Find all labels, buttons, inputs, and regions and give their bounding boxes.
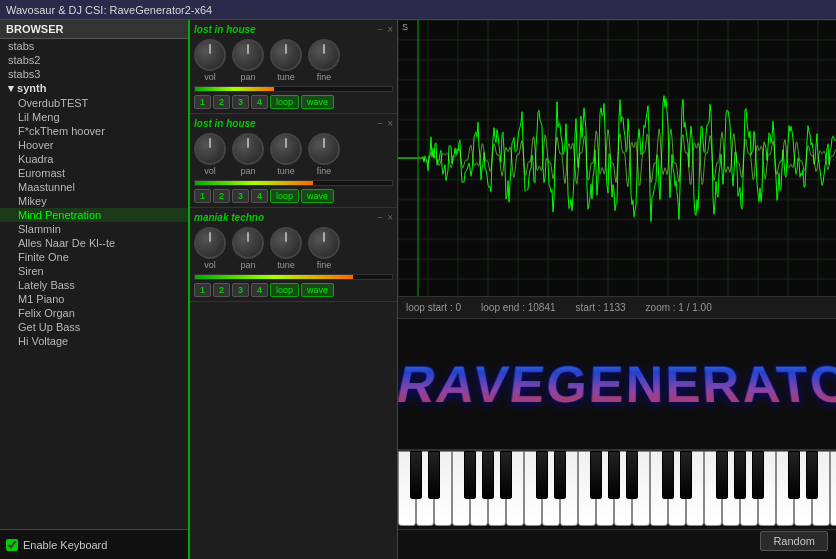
knob-vol[interactable] — [194, 39, 226, 71]
black-key[interactable] — [680, 451, 692, 499]
knob-label-pan: pan — [232, 166, 264, 176]
browser-item[interactable]: Lil Meng — [0, 110, 188, 124]
channel-btn-wave-0[interactable]: wave — [301, 95, 334, 109]
knob-vol[interactable] — [194, 133, 226, 165]
black-key[interactable] — [788, 451, 800, 499]
knob-pan[interactable] — [232, 133, 264, 165]
browser-item[interactable]: Lately Bass — [0, 278, 188, 292]
knob-label-fine: fine — [308, 72, 340, 82]
enable-keyboard-label: Enable Keyboard — [23, 539, 107, 551]
black-key[interactable] — [464, 451, 476, 499]
black-key[interactable] — [590, 451, 602, 499]
channel-header-2: maniak techno−× — [194, 212, 393, 223]
channel-btn-1-0[interactable]: 1 — [194, 95, 211, 109]
knob-vol[interactable] — [194, 227, 226, 259]
black-key[interactable] — [428, 451, 440, 499]
black-key[interactable] — [662, 451, 674, 499]
knob-fine[interactable] — [308, 133, 340, 165]
knob-pan[interactable] — [232, 39, 264, 71]
black-key[interactable] — [608, 451, 620, 499]
channel-btn-wave-2[interactable]: wave — [301, 283, 334, 297]
channel-btn-loop-2[interactable]: loop — [270, 283, 299, 297]
black-key[interactable] — [734, 451, 746, 499]
browser-item[interactable]: Alles Naar De Kl--te — [0, 236, 188, 250]
channel-btn-3-1[interactable]: 3 — [232, 189, 249, 203]
knob-tune[interactable] — [270, 133, 302, 165]
channel-minus-0[interactable]: − — [377, 24, 383, 35]
browser-item[interactable]: M1 Piano — [0, 292, 188, 306]
black-key[interactable] — [752, 451, 764, 499]
main-container: BROWSER stabs stabs2 stabs3▾ synthOverdu… — [0, 20, 836, 559]
browser-item[interactable]: Get Up Bass — [0, 320, 188, 334]
browser-list[interactable]: stabs stabs2 stabs3▾ synthOverdubTESTLil… — [0, 39, 188, 529]
channel-btn-4-0[interactable]: 4 — [251, 95, 268, 109]
channel-minus-1[interactable]: − — [377, 118, 383, 129]
browser-item[interactable]: Mind Penetration — [0, 208, 188, 222]
channel-knobs-row-1: volpantunefine — [194, 133, 393, 176]
knob-pan[interactable] — [232, 227, 264, 259]
channel-name-1: lost in house — [194, 118, 256, 129]
knob-fine[interactable] — [308, 227, 340, 259]
channel-name-2: maniak techno — [194, 212, 264, 223]
black-key[interactable] — [482, 451, 494, 499]
waveform-display[interactable]: S E — [398, 20, 836, 297]
black-key[interactable] — [500, 451, 512, 499]
channel-btn-2-0[interactable]: 2 — [213, 95, 230, 109]
browser-item[interactable]: Siren — [0, 264, 188, 278]
knob-label-fine: fine — [308, 260, 340, 270]
channel-btn-1-1[interactable]: 1 — [194, 189, 211, 203]
channel-knobs-row-2: volpantunefine — [194, 227, 393, 270]
channel-close-1[interactable]: × — [387, 118, 393, 129]
loop-end-info: loop end : 10841 — [481, 302, 556, 313]
piano-keyboard[interactable] — [398, 449, 836, 529]
browser-item[interactable]: Slammin — [0, 222, 188, 236]
browser-item[interactable]: stabs — [0, 39, 188, 53]
knob-group-tune: tune — [270, 39, 302, 82]
browser-item[interactable]: Hi Voltage — [0, 334, 188, 348]
channel-btn-loop-1[interactable]: loop — [270, 189, 299, 203]
browser-item[interactable]: Finite One — [0, 250, 188, 264]
browser-item[interactable]: F*ckThem hoover — [0, 124, 188, 138]
random-button[interactable]: Random — [760, 531, 828, 551]
channel-btn-wave-1[interactable]: wave — [301, 189, 334, 203]
channel-btn-3-0[interactable]: 3 — [232, 95, 249, 109]
black-key[interactable] — [410, 451, 422, 499]
channel-close-2[interactable]: × — [387, 212, 393, 223]
black-key[interactable] — [716, 451, 728, 499]
browser-item[interactable]: Maastunnel — [0, 180, 188, 194]
channel-btn-4-1[interactable]: 4 — [251, 189, 268, 203]
browser-item[interactable]: stabs2 — [0, 53, 188, 67]
enable-keyboard-checkbox[interactable] — [6, 539, 18, 551]
browser-item[interactable]: ▾ synth — [0, 81, 188, 96]
browser-item[interactable]: stabs3 — [0, 67, 188, 81]
channel-btn-3-2[interactable]: 3 — [232, 283, 249, 297]
knob-label-pan: pan — [232, 260, 264, 270]
knob-fine[interactable] — [308, 39, 340, 71]
channel-knobs-row-0: volpantunefine — [194, 39, 393, 82]
knob-group-vol: vol — [194, 39, 226, 82]
browser-item[interactable]: Euromast — [0, 166, 188, 180]
channel-btn-2-1[interactable]: 2 — [213, 189, 230, 203]
black-key[interactable] — [554, 451, 566, 499]
knob-tune[interactable] — [270, 227, 302, 259]
channel-close-0[interactable]: × — [387, 24, 393, 35]
channel-btn-4-2[interactable]: 4 — [251, 283, 268, 297]
channel-meter-1 — [194, 180, 393, 186]
black-key[interactable] — [626, 451, 638, 499]
browser-item[interactable]: Hoover — [0, 138, 188, 152]
knob-label-vol: vol — [194, 166, 226, 176]
channel-btn-2-2[interactable]: 2 — [213, 283, 230, 297]
marker-start: S — [402, 22, 408, 32]
browser-item[interactable]: Kuadra — [0, 152, 188, 166]
knob-tune[interactable] — [270, 39, 302, 71]
channel-btn-loop-0[interactable]: loop — [270, 95, 299, 109]
white-key[interactable] — [830, 451, 836, 526]
browser-item[interactable]: OverdubTEST — [0, 96, 188, 110]
browser-item[interactable]: Mikey — [0, 194, 188, 208]
knob-group-fine: fine — [308, 133, 340, 176]
browser-item[interactable]: Felix Organ — [0, 306, 188, 320]
black-key[interactable] — [536, 451, 548, 499]
black-key[interactable] — [806, 451, 818, 499]
channel-btn-1-2[interactable]: 1 — [194, 283, 211, 297]
channel-minus-2[interactable]: − — [377, 212, 383, 223]
